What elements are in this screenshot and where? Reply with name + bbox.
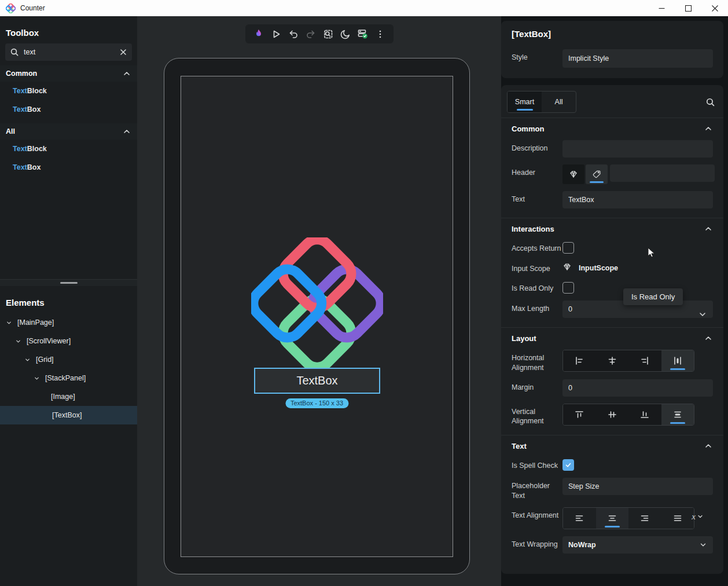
tab-smart[interactable]: Smart xyxy=(508,91,542,112)
text-wrapping-dropdown[interactable]: NoWrap xyxy=(562,536,713,554)
description-input[interactable] xyxy=(562,140,713,158)
design-canvas[interactable]: TextBox TextBox - 150 x 33 xyxy=(137,16,501,586)
align-top-button[interactable] xyxy=(563,404,596,425)
chevron-down-icon[interactable] xyxy=(6,320,13,326)
toolbox-item-textbox[interactable]: TextBox xyxy=(0,100,137,119)
panel-splitter[interactable] xyxy=(0,279,137,286)
canvas-textbox-selected[interactable]: TextBox xyxy=(254,368,380,394)
selection-size-badge: TextBox - 150 x 33 xyxy=(285,398,348,408)
chevron-up-icon[interactable] xyxy=(122,127,131,136)
inspect-region-button[interactable] xyxy=(319,24,337,43)
text-align-right-icon xyxy=(639,513,650,523)
toolbox-section-common[interactable]: Common xyxy=(0,65,137,82)
header-binding-button[interactable] xyxy=(562,164,584,184)
is-spell-check-checkbox[interactable] xyxy=(562,459,574,471)
align-center-h-button[interactable] xyxy=(596,350,629,371)
window-title: Counter xyxy=(20,4,45,12)
search-properties-icon[interactable] xyxy=(705,97,715,107)
align-center-v-button[interactable] xyxy=(596,404,629,425)
align-left-button[interactable] xyxy=(563,350,596,371)
text-align-center-icon xyxy=(607,513,617,523)
chevron-up-icon[interactable] xyxy=(122,69,131,78)
toolbox-item-textbox[interactable]: TextBox xyxy=(0,158,137,177)
text-align-right-button[interactable] xyxy=(628,508,661,529)
play-icon xyxy=(271,29,281,39)
chevron-up-icon[interactable] xyxy=(704,124,713,133)
redo-button[interactable] xyxy=(302,24,319,43)
vertical-alignment-label: Vertical Alignment xyxy=(512,404,562,426)
text-align-left-button[interactable] xyxy=(563,508,596,529)
input-scope-label: Input Scope xyxy=(512,261,562,273)
maximize-button[interactable] xyxy=(675,0,701,16)
style-input[interactable] xyxy=(562,49,713,68)
xbind-dropdown[interactable]: x xyxy=(692,512,704,522)
chevron-down-icon[interactable] xyxy=(34,375,41,382)
tree-node-image[interactable]: [Image] xyxy=(0,387,137,406)
toolbox-search-input[interactable] xyxy=(24,48,119,56)
selected-indicator xyxy=(670,422,685,424)
accepts-return-checkbox[interactable] xyxy=(562,242,574,254)
close-button[interactable] xyxy=(701,0,728,16)
is-read-only-label: Is Read Only xyxy=(512,280,562,294)
tab-all[interactable]: All xyxy=(542,91,576,112)
tree-node-grid[interactable]: [Grid] xyxy=(0,350,137,369)
title-bar: Counter xyxy=(0,0,728,16)
tree-node-mainpage[interactable]: [MainPage] xyxy=(0,313,137,332)
tree-node-stackpanel[interactable]: [StackPanel] xyxy=(0,369,137,387)
tag-icon xyxy=(592,170,601,179)
tree-node-scrollviewer[interactable]: [ScrollViewer] xyxy=(0,332,137,350)
margin-input[interactable] xyxy=(562,379,713,397)
margin-label: Margin xyxy=(512,379,562,397)
section-label: All xyxy=(6,127,15,135)
minimize-button[interactable] xyxy=(648,0,675,16)
align-center-v-icon xyxy=(607,409,617,420)
chevron-up-icon[interactable] xyxy=(704,224,713,233)
device-frame: TextBox TextBox - 150 x 33 xyxy=(164,58,470,574)
tree-node-textbox-selected[interactable]: [TextBox] xyxy=(0,406,137,424)
align-stretch-h-button[interactable] xyxy=(661,350,694,371)
align-stretch-v-button[interactable] xyxy=(661,404,694,425)
gem-icon xyxy=(562,262,572,272)
toolbox-search[interactable] xyxy=(5,43,132,61)
undo-button[interactable] xyxy=(285,24,302,43)
clear-search-icon[interactable] xyxy=(119,48,127,56)
input-scope-value[interactable]: InputScope xyxy=(579,262,618,273)
toolbox-section-all[interactable]: All xyxy=(0,123,137,140)
placeholder-text-label: Placeholder Text xyxy=(512,478,562,500)
kebab-menu-icon xyxy=(375,29,385,39)
header-input[interactable] xyxy=(610,164,715,182)
vertical-alignment-group xyxy=(562,404,694,426)
app-image-logo[interactable] xyxy=(251,237,383,369)
text-align-center-button[interactable] xyxy=(596,508,629,529)
header-literal-button[interactable] xyxy=(586,164,608,184)
section-label: Common xyxy=(6,69,37,78)
chevron-down-icon[interactable] xyxy=(15,338,22,345)
text-input[interactable] xyxy=(562,191,713,208)
align-stretch-v-icon xyxy=(672,409,683,420)
more-menu-button[interactable] xyxy=(372,24,389,43)
horizontal-alignment-group xyxy=(562,350,694,372)
chevron-up-icon[interactable] xyxy=(704,334,713,343)
toolbox-item-textblock[interactable]: TextBlock xyxy=(0,140,137,158)
placeholder-text-input[interactable] xyxy=(562,478,713,495)
connection-status-button[interactable] xyxy=(354,24,372,43)
accepts-return-label: Accepts Return xyxy=(512,240,562,254)
chevron-down-icon[interactable] xyxy=(698,310,707,319)
theme-toggle-button[interactable] xyxy=(337,24,354,43)
align-bottom-button[interactable] xyxy=(628,404,661,425)
server-check-icon xyxy=(357,28,368,39)
is-read-only-checkbox[interactable] xyxy=(562,282,574,294)
text-align-justify-button[interactable] xyxy=(661,508,694,529)
section-text: Text Is Spell Check Placeholder Text xyxy=(501,435,723,563)
text-label: Text xyxy=(512,191,562,208)
align-right-button[interactable] xyxy=(628,350,661,371)
align-stretch-h-icon xyxy=(672,356,683,366)
toolbox-item-textblock[interactable]: TextBlock xyxy=(0,82,137,100)
hot-reload-button[interactable] xyxy=(250,24,267,43)
selected-indicator xyxy=(590,181,604,183)
chevron-down-icon[interactable] xyxy=(24,357,31,363)
chevron-up-icon[interactable] xyxy=(704,441,713,451)
text-alignment-label: Text Alignment xyxy=(512,507,562,529)
play-button[interactable] xyxy=(267,24,285,43)
region-search-icon xyxy=(323,29,333,39)
